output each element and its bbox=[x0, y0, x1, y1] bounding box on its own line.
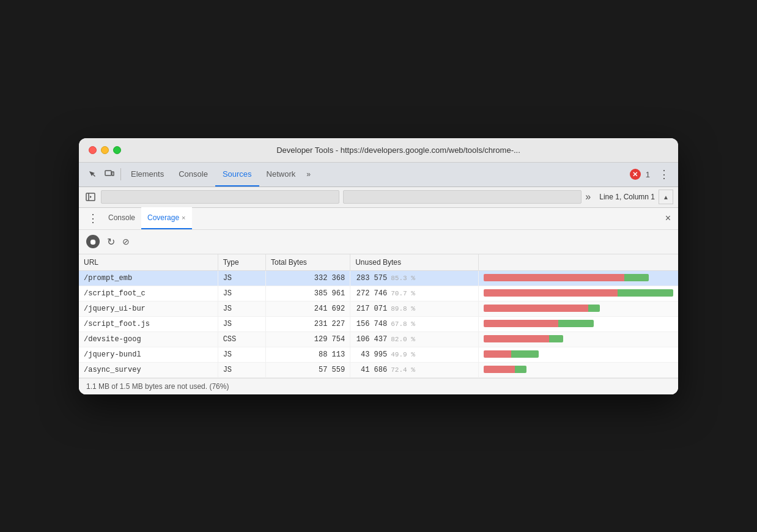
cell-url: /jquery-bundl bbox=[79, 347, 218, 362]
cell-unused-bytes: 43 99549.9 % bbox=[350, 347, 479, 362]
more-tabs-button[interactable]: » bbox=[303, 170, 314, 179]
cell-unused-bytes: 283 57585.3 % bbox=[350, 270, 479, 286]
table-row[interactable]: /script_foot_cJS385 961272 74670.7 % bbox=[79, 286, 678, 301]
cell-type: JS bbox=[218, 362, 265, 377]
table-row[interactable]: /devsite-googCSS129 754106 43782.0 % bbox=[79, 331, 678, 347]
cell-unused-bytes: 156 74867.8 % bbox=[350, 316, 479, 331]
svg-marker-4 bbox=[90, 196, 92, 198]
cell-bar bbox=[479, 317, 678, 330]
cell-bar bbox=[479, 363, 678, 376]
cell-total-bytes: 57 559 bbox=[266, 362, 350, 377]
bar-used bbox=[511, 350, 539, 358]
cell-url: /script_foot.js bbox=[79, 316, 218, 331]
coverage-container: ⋮ Console Coverage × × ⏺ ↻ ⊘ URL Type bbox=[79, 208, 678, 394]
cell-url: /prompt_emb bbox=[79, 270, 218, 286]
bar-unused bbox=[484, 335, 549, 342]
sidebar-toggle-button[interactable] bbox=[84, 190, 97, 204]
cell-bar bbox=[479, 271, 678, 284]
tab-sources[interactable]: Sources bbox=[215, 162, 259, 187]
bar-unused bbox=[484, 366, 515, 373]
cell-unused-bytes: 41 68672.4 % bbox=[350, 362, 479, 377]
bar-unused bbox=[484, 350, 511, 358]
table-row[interactable]: /jquery_ui-burJS241 692217 07189.8 % bbox=[79, 301, 678, 316]
cell-url: /jquery_ui-bur bbox=[79, 301, 218, 316]
status-bar: 1.1 MB of 1.5 MB bytes are not used. (76… bbox=[79, 378, 678, 394]
cell-type: JS bbox=[218, 286, 265, 301]
stop-coverage-button[interactable]: ⊘ bbox=[122, 237, 130, 246]
table-row[interactable]: /async_surveyJS57 55941 68672.4 % bbox=[79, 362, 678, 377]
table-row[interactable]: /prompt_embJS332 368283 57585.3 % bbox=[79, 270, 678, 286]
cell-unused-bytes: 217 07189.8 % bbox=[350, 301, 479, 316]
cell-bar bbox=[479, 332, 678, 345]
col-header-unused-bytes: Unused Bytes bbox=[350, 254, 479, 271]
cell-total-bytes: 241 692 bbox=[266, 301, 350, 316]
line-column-indicator: Line 1, Column 1 bbox=[599, 193, 655, 201]
bar-used bbox=[515, 366, 526, 373]
cell-type: JS bbox=[218, 270, 265, 286]
cell-total-bytes: 88 113 bbox=[266, 347, 350, 362]
panel-close-button[interactable]: × bbox=[663, 213, 673, 224]
bar-unused bbox=[484, 274, 624, 281]
device-toolbar-icon[interactable] bbox=[101, 166, 118, 183]
coverage-table: URL Type Total Bytes Unused Bytes /promp… bbox=[79, 254, 678, 378]
window-title: Developer Tools - https://developers.goo… bbox=[128, 146, 668, 155]
coverage-tab-close[interactable]: × bbox=[182, 214, 185, 221]
cell-bar bbox=[479, 286, 678, 300]
scroll-top-button[interactable]: ▲ bbox=[659, 190, 673, 204]
cell-total-bytes: 385 961 bbox=[266, 286, 350, 301]
search-input[interactable] bbox=[343, 190, 582, 204]
col-header-bar bbox=[479, 254, 679, 271]
cell-type: JS bbox=[218, 301, 265, 316]
minimize-button[interactable] bbox=[101, 146, 109, 154]
cell-type: JS bbox=[218, 347, 265, 362]
status-text: 1.1 MB of 1.5 MB bytes are not used. (76… bbox=[86, 382, 229, 391]
devtools-menu-button[interactable]: ⋮ bbox=[655, 168, 673, 181]
file-path-input[interactable] bbox=[101, 190, 339, 204]
sec-tab-console[interactable]: Console bbox=[102, 207, 141, 229]
table-row[interactable]: /script_foot.jsJS231 227156 74867.8 % bbox=[79, 316, 678, 331]
bar-used bbox=[618, 289, 673, 297]
table-row[interactable]: /jquery-bundlJS88 11343 99549.9 % bbox=[79, 347, 678, 362]
secondary-toolbar-right: × bbox=[663, 213, 673, 224]
cell-type: JS bbox=[218, 316, 265, 331]
tab-network[interactable]: Network bbox=[259, 162, 303, 187]
close-button[interactable] bbox=[89, 146, 97, 154]
expand-icon[interactable]: » bbox=[585, 191, 591, 202]
cell-total-bytes: 129 754 bbox=[266, 331, 350, 347]
col-header-url: URL bbox=[79, 254, 218, 271]
error-count: 1 bbox=[646, 170, 650, 179]
start-coverage-button[interactable]: ⏺ bbox=[86, 235, 100, 248]
tab-elements[interactable]: Elements bbox=[124, 162, 171, 187]
sec-tab-coverage[interactable]: Coverage × bbox=[141, 207, 191, 229]
cell-type: CSS bbox=[218, 331, 265, 347]
cell-unused-bytes: 272 74670.7 % bbox=[350, 286, 479, 301]
cell-total-bytes: 231 227 bbox=[266, 316, 350, 331]
traffic-lights bbox=[89, 146, 121, 154]
table-header: URL Type Total Bytes Unused Bytes bbox=[79, 254, 678, 271]
select-element-icon[interactable] bbox=[84, 166, 101, 183]
tab-separator bbox=[120, 168, 121, 180]
devtools-tabs-bar: Elements Console Sources Network » ✕ 1 ⋮ bbox=[79, 163, 678, 187]
secondary-toolbar: ⋮ Console Coverage × × bbox=[79, 208, 678, 230]
sources-toolbar: » Line 1, Column 1 ▲ bbox=[79, 187, 678, 208]
svg-rect-0 bbox=[105, 171, 111, 175]
devtools-right-area: ✕ 1 ⋮ bbox=[630, 168, 673, 181]
cell-total-bytes: 332 368 bbox=[266, 270, 350, 286]
maximize-button[interactable] bbox=[113, 146, 121, 154]
cell-url: /async_survey bbox=[79, 362, 218, 377]
secondary-menu-button[interactable]: ⋮ bbox=[84, 212, 102, 225]
cell-bar bbox=[479, 301, 678, 315]
col-header-type: Type bbox=[218, 254, 265, 271]
bar-used bbox=[549, 335, 563, 342]
coverage-table-body: /prompt_embJS332 368283 57585.3 %/script… bbox=[79, 270, 678, 377]
bar-unused bbox=[484, 305, 588, 312]
bar-unused bbox=[484, 289, 618, 297]
titlebar: Developer Tools - https://developers.goo… bbox=[79, 138, 678, 163]
bar-used bbox=[588, 305, 600, 312]
bar-used bbox=[558, 320, 594, 327]
coverage-controls: ⏺ ↻ ⊘ bbox=[79, 230, 678, 254]
bar-unused bbox=[484, 320, 558, 327]
tab-console[interactable]: Console bbox=[171, 162, 215, 187]
error-badge: ✕ bbox=[630, 169, 641, 180]
reload-button[interactable]: ↻ bbox=[107, 236, 115, 248]
